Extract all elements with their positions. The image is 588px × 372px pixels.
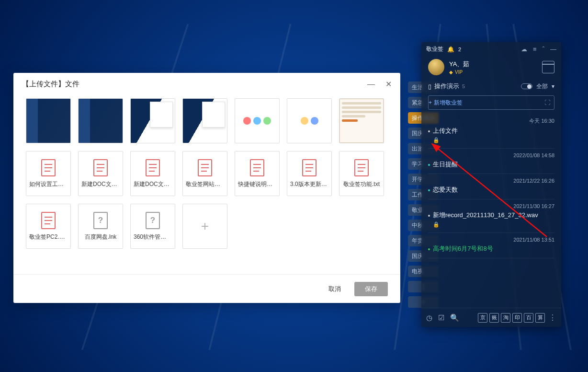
file-thumbnail[interactable]	[26, 98, 71, 143]
clock-icon[interactable]: ◷	[426, 314, 432, 322]
file-name: 敬业签网站账...	[186, 180, 224, 188]
filter-label[interactable]: 全部	[536, 82, 548, 91]
save-button[interactable]: 保存	[354, 282, 388, 296]
section-count: 5	[462, 83, 465, 89]
list-icon[interactable]: ≡	[533, 46, 537, 53]
upload-dialog: 【上传文件】文件 — ✕ 如何设置工作... 新建DOC文档(... 新建DOC…	[13, 73, 400, 303]
note-timestamp: 今天 16:30	[428, 117, 554, 125]
file-thumbnail-selected[interactable]	[339, 98, 384, 143]
file-name: 如何设置工作...	[29, 180, 68, 188]
shortcut-button[interactable]: 印	[512, 313, 522, 323]
note-text: 高考时间6月7号和8号	[433, 244, 493, 253]
shortcut-button[interactable]: 淘	[501, 313, 510, 323]
note-item[interactable]: 2021/12/22 16:26 恋爱天数	[428, 174, 554, 199]
section-title: 操作演示	[434, 82, 459, 91]
bell-icon[interactable]: 🔔	[447, 46, 454, 53]
file-tile[interactable]: 敬业签PC2.9.0...	[26, 204, 71, 249]
file-name: 快捷键说明书...	[238, 180, 276, 188]
minimize-button[interactable]: —	[367, 81, 375, 88]
add-file-button[interactable]: +	[182, 204, 227, 249]
note-timestamp: 2022/01/08 14:58	[428, 152, 554, 158]
file-tile[interactable]: 新建DOC文档(...	[78, 151, 123, 196]
lock-icon: 🔒	[433, 137, 554, 143]
file-thumbnail[interactable]	[182, 98, 227, 143]
note-list: 今天 16:30 上传文件 🔒 2022/01/08 14:58 生日提醒 20…	[421, 114, 561, 308]
add-note-button[interactable]: + 新增敬业签 ⛶	[428, 95, 554, 110]
file-thumbnail[interactable]	[287, 98, 332, 143]
vip-diamond-icon: ◆	[449, 70, 453, 75]
avatar[interactable]	[428, 59, 444, 75]
plus-icon: +	[429, 99, 432, 106]
cloud-icon[interactable]: ☁	[521, 46, 527, 53]
calendar-icon[interactable]	[542, 61, 554, 73]
more-icon[interactable]: ⋮	[549, 313, 556, 322]
file-thumbnail[interactable]	[78, 98, 123, 143]
note-item[interactable]: 2021/11/08 13:51 高考时间6月7号和8号	[428, 233, 554, 258]
search-icon[interactable]: 🔍	[450, 314, 459, 322]
file-thumbnail[interactable]	[130, 98, 175, 143]
note-text: 恋爱天数	[433, 186, 458, 194]
note-timestamp: 2021/11/30 16:27	[428, 203, 554, 209]
file-name: 敬业签PC2.9.0...	[29, 233, 68, 241]
user-name: YA、茹	[449, 60, 469, 69]
file-tile[interactable]: 如何设置工作...	[26, 151, 71, 196]
close-button[interactable]: ✕	[385, 81, 392, 88]
app-name: 敬业签	[426, 45, 443, 53]
file-tile[interactable]: 敬业签功能.txt	[339, 151, 384, 196]
shortcut-button[interactable]: 百	[524, 313, 533, 323]
shortcut-button[interactable]: 京	[478, 313, 487, 323]
toggle-switch[interactable]	[521, 83, 532, 89]
cancel-button[interactable]: 取消	[323, 282, 347, 296]
file-name: 3.0版本更新会...	[290, 180, 328, 188]
note-item[interactable]: 2021/11/30 16:27 新增record_20211130_16_27…	[428, 199, 554, 233]
expand-icon[interactable]: ⛶	[544, 99, 550, 106]
file-tile[interactable]: ?百度网盘.lnk	[78, 204, 123, 249]
note-timestamp: 2021/12/22 16:26	[428, 178, 554, 184]
lock-icon: 🔒	[433, 221, 554, 228]
dialog-title: 【上传文件】文件	[22, 80, 79, 89]
note-text: 生日提醒	[433, 160, 458, 169]
file-name: 百度网盘.lnk	[81, 233, 120, 241]
note-text: 上传文件	[433, 127, 458, 135]
file-name: 新建DOC文档(...	[81, 180, 120, 188]
bookmark-icon: ▯	[428, 83, 431, 90]
shortcut-button[interactable]: 算	[535, 313, 545, 323]
check-icon[interactable]: ☑	[438, 314, 444, 322]
file-name: 新建DOC文档(...	[134, 180, 172, 188]
notif-count: 2	[458, 46, 461, 52]
note-item[interactable]: 今天 16:30 上传文件 🔒	[428, 114, 554, 149]
file-tile[interactable]: 3.0版本更新会...	[287, 151, 332, 196]
note-item[interactable]: 2022/01/08 14:58 生日提醒	[428, 149, 554, 174]
note-timestamp: 2021/11/08 13:51	[428, 237, 554, 243]
vip-label: VIP	[455, 70, 463, 75]
minimize-icon[interactable]: —	[550, 46, 556, 53]
chevron-down-icon[interactable]: ▾	[552, 83, 554, 90]
note-text: 新增record_20211130_16_27_32.wav	[433, 211, 538, 220]
file-tile[interactable]: 快捷键说明书...	[235, 151, 280, 196]
file-tile[interactable]: 新建DOC文档(...	[130, 151, 175, 196]
app-panel: 敬业签 🔔 2 ☁ ≡ ˆ — YA、茹 ◆VIP ▯ 操作演示 5 全部 ▾	[421, 42, 561, 327]
file-thumbnail[interactable]	[235, 98, 280, 143]
add-note-label: 新增敬业签	[434, 99, 463, 107]
shortcut-button[interactable]: 账	[489, 313, 499, 323]
file-tile[interactable]: 敬业签网站账...	[182, 151, 227, 196]
file-tile[interactable]: ?360软件管家.lnk	[130, 204, 175, 249]
file-name: 敬业签功能.txt	[342, 180, 381, 188]
chevron-up-icon[interactable]: ˆ	[543, 46, 544, 53]
file-name: 360软件管家.lnk	[134, 233, 172, 241]
